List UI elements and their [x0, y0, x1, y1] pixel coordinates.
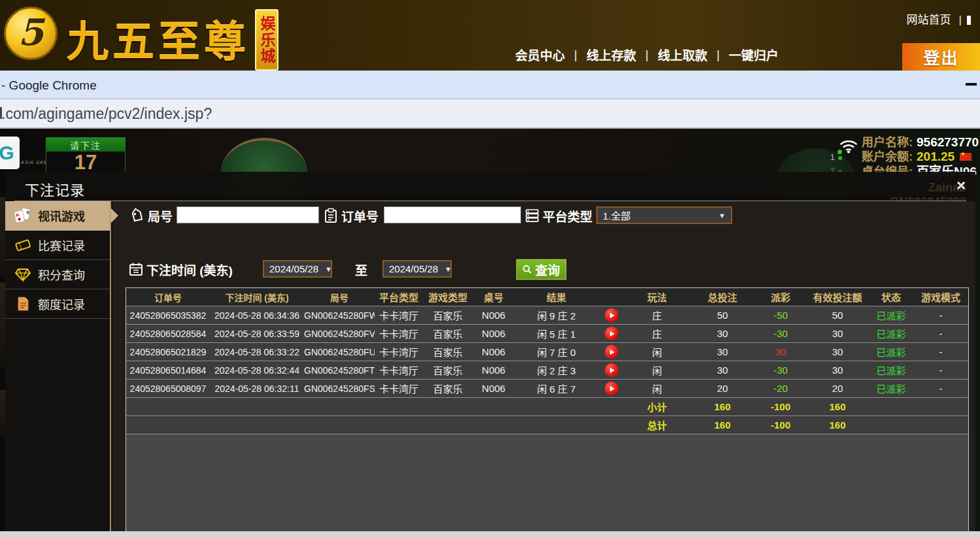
date-to-select[interactable]: 2024/05/28 ▼: [382, 260, 452, 278]
cell-payout: -50: [755, 310, 806, 321]
play-button[interactable]: [605, 327, 618, 340]
cell-total-bet: 50: [690, 310, 755, 321]
cell-valid-bet: 30: [806, 365, 869, 376]
modal-title: 下注记录: [25, 178, 85, 199]
nav-member-center[interactable]: 会员中心: [515, 46, 565, 63]
sidebar-item-label: 积分查询: [38, 266, 85, 283]
cell-replay: [598, 363, 624, 377]
cell-order-id: 240528065021829: [126, 347, 210, 357]
cell-bet-time: 2024-05-28 06:34:36: [210, 310, 304, 321]
play-button[interactable]: [605, 363, 618, 377]
cell-replay: [598, 308, 624, 322]
bottom-edge-strip: [0, 531, 980, 537]
cell-order-id: 240528065014684: [126, 365, 210, 376]
cell-status: 已派彩: [869, 363, 913, 377]
subtotal-payout: -100: [755, 401, 806, 412]
sidebar-item-credit-records[interactable]: 额度记录: [5, 289, 110, 319]
cell-platform: 卡卡湾厅: [375, 345, 423, 359]
bet-time-label: 下注时间 (美东): [146, 261, 233, 278]
nav-online-withdraw[interactable]: 线上取款: [658, 46, 707, 63]
cell-bet-time: 2024-05-28 06:32:11: [210, 383, 304, 394]
grand-total-valid-bet: 160: [806, 419, 869, 431]
logo-badge: 娱乐城: [255, 9, 279, 71]
cell-result: 闲 7 庄 0: [515, 345, 598, 359]
play-button[interactable]: [605, 382, 618, 395]
play-button[interactable]: [605, 308, 618, 322]
clipped-link-fragment: [967, 16, 971, 25]
subtotal-total-bet: 160: [690, 401, 755, 412]
sidebar-item-video-games[interactable]: 9 K♥ 视讯游戏: [5, 201, 110, 231]
cell-order-id: 240528065008097: [126, 383, 210, 394]
col-play: 玩法: [624, 290, 690, 304]
col-bet-time: 下注时间 (美东): [210, 291, 304, 304]
play-button[interactable]: [605, 345, 618, 359]
cell-payout: 30: [755, 346, 806, 357]
platform-stack-icon: [524, 208, 540, 223]
cell-valid-bet: 30: [806, 328, 869, 339]
col-payout: 派彩: [755, 290, 806, 304]
cell-valid-bet: 20: [806, 383, 869, 394]
date-from-select[interactable]: 2024/05/28 ▼: [263, 260, 332, 278]
nav-divider: |: [574, 48, 577, 62]
nav-divider: |: [645, 48, 649, 62]
cell-play: 庄: [624, 327, 690, 340]
platform-type-select[interactable]: 1.全部 ▼: [596, 206, 732, 224]
sidebar-item-points-query[interactable]: 积分查询: [5, 260, 110, 289]
order-id-label: 订单号: [341, 207, 379, 225]
cell-round-id: GN006245280FU: [304, 347, 375, 357]
cell-game-mode: -: [913, 346, 968, 357]
cell-round-id: GN006245280FV: [304, 329, 375, 339]
cell-bet-time: 2024-05-28 06:32:44: [210, 365, 304, 376]
logo-text: 九五至尊: [67, 8, 250, 68]
cell-total-bet: 20: [690, 383, 755, 394]
cell-table-no: N006: [473, 346, 515, 357]
chevron-down-icon: ▼: [438, 265, 452, 273]
main-nav: 会员中心 | 线上存款 | 线上取款 | 一键归户: [515, 46, 779, 63]
logout-button[interactable]: 登出: [902, 43, 980, 71]
table-row: 240528065028584 2024-05-28 06:33:59 GN00…: [126, 325, 968, 343]
bet-timer-label: 请下注: [46, 138, 125, 152]
cell-table-no: N006: [473, 328, 515, 339]
cell-payout: -30: [755, 365, 806, 376]
subtotal-valid-bet: 160: [806, 401, 869, 412]
search-button[interactable]: 查询: [516, 259, 566, 280]
round-id-input[interactable]: [177, 206, 319, 223]
sidebar-item-label: 比赛记录: [38, 236, 85, 253]
col-game-mode: 游戏模式: [913, 290, 968, 304]
bet-timer: 请下注 17: [46, 137, 126, 174]
site-logo[interactable]: 5 九五至尊 娱乐城: [4, 3, 279, 71]
table-row: 240528065035382 2024-05-28 06:34:36 GN00…: [126, 306, 968, 325]
cell-round-id: GN006245280FT: [304, 365, 375, 376]
grand-total-row: 总计 160 -100 160: [126, 416, 968, 434]
order-id-input[interactable]: [384, 206, 521, 223]
url-text: .com/agingame/pcv2/index.jsp?: [1, 105, 212, 123]
cell-valid-bet: 50: [806, 310, 869, 321]
cell-play: 庄: [624, 308, 690, 322]
cell-game-type: 百家乐: [423, 345, 473, 359]
cell-result: 闲 2 庄 3: [515, 363, 598, 377]
chrome-address-bar[interactable]: .com/agingame/pcv2/index.jsp?: [0, 99, 980, 129]
cell-game-type: 百家乐: [423, 363, 473, 377]
minimize-button[interactable]: [966, 83, 977, 86]
logo-symbol: 5: [18, 10, 44, 54]
search-button-label: 查询: [535, 261, 560, 278]
link-site-home[interactable]: 网站首页: [907, 14, 951, 26]
asia-gaming-logo: G: [0, 137, 20, 169]
tag-icon: [129, 208, 145, 223]
cell-replay: [598, 327, 624, 340]
sidebar-item-match-records[interactable]: 比赛记录: [5, 231, 110, 260]
cell-game-type: 百家乐: [423, 308, 473, 322]
top-links: 网站首页|: [907, 10, 971, 27]
cell-result: 闲 6 庄 7: [515, 382, 598, 395]
col-total-bet: 总投注: [690, 290, 755, 304]
logo-coin-icon: 5: [4, 7, 58, 60]
cell-bet-time: 2024-05-28 06:33:22: [210, 347, 304, 357]
nav-one-key-transfer[interactable]: 一键归户: [729, 46, 779, 63]
diamond-icon: [14, 266, 31, 283]
cell-play: 闲: [624, 345, 690, 359]
username-value: 956273770: [917, 135, 979, 150]
platform-type-value: 1.全部: [603, 208, 631, 222]
table-row: 240528065014684 2024-05-28 06:32:44 GN00…: [126, 361, 968, 380]
nav-online-deposit[interactable]: 线上存款: [586, 46, 636, 63]
cell-status: 已派彩: [869, 382, 913, 395]
